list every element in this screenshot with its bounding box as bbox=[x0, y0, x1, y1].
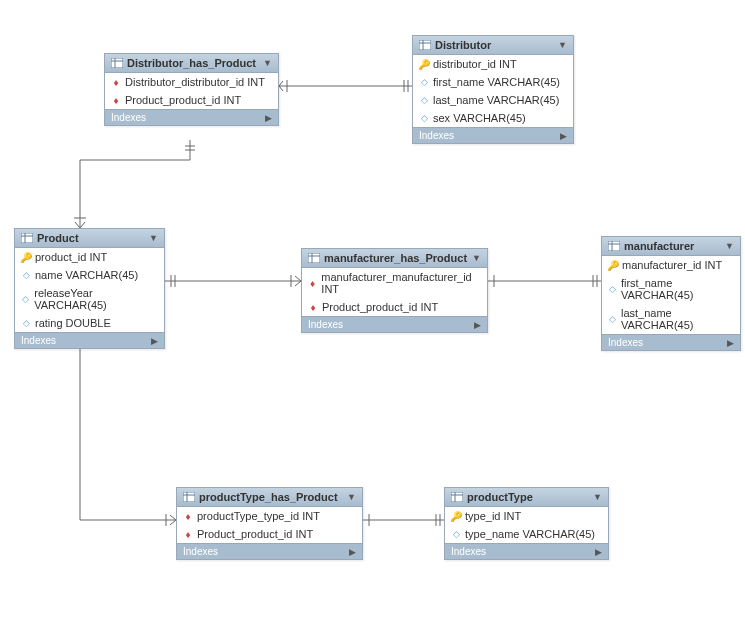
entity-producttype-has-product[interactable]: productType_has_Product ▼ ♦productType_t… bbox=[176, 487, 363, 560]
column-row[interactable]: ◇first_name VARCHAR(45) bbox=[602, 274, 740, 304]
column-name: manufacturer_manufacturer_id INT bbox=[321, 271, 481, 295]
pk-key-icon: 🔑 bbox=[608, 260, 618, 271]
svg-rect-42 bbox=[419, 40, 431, 50]
chevron-down-icon[interactable]: ▼ bbox=[149, 233, 158, 243]
chevron-right-icon[interactable]: ▶ bbox=[151, 336, 158, 346]
svg-rect-54 bbox=[183, 492, 195, 502]
entity-footer[interactable]: Indexes▶ bbox=[177, 543, 362, 559]
entity-title: Distributor_has_Product bbox=[127, 57, 256, 69]
entity-footer[interactable]: Indexes▶ bbox=[105, 109, 278, 125]
entity-distributor-has-product[interactable]: Distributor_has_Product ▼ ♦Distributor_d… bbox=[104, 53, 279, 126]
chevron-down-icon[interactable]: ▼ bbox=[472, 253, 481, 263]
entity-producttype[interactable]: productType ▼ 🔑type_id INT ◇type_name VA… bbox=[444, 487, 609, 560]
entity-header[interactable]: manufacturer_has_Product ▼ bbox=[302, 249, 487, 268]
chevron-down-icon[interactable]: ▼ bbox=[263, 58, 272, 68]
chevron-down-icon[interactable]: ▼ bbox=[347, 492, 356, 502]
table-icon bbox=[451, 492, 463, 502]
column-row[interactable]: ♦Product_product_id INT bbox=[105, 91, 278, 109]
indexes-label: Indexes bbox=[21, 335, 56, 346]
entity-distributor[interactable]: Distributor ▼ 🔑distributor_id INT ◇first… bbox=[412, 35, 574, 144]
column-row[interactable]: ◇type_name VARCHAR(45) bbox=[445, 525, 608, 543]
fk-key-icon: ♦ bbox=[183, 529, 193, 540]
column-row[interactable]: ◇sex VARCHAR(45) bbox=[413, 109, 573, 127]
column-row[interactable]: ♦Product_product_id INT bbox=[177, 525, 362, 543]
entity-footer[interactable]: Indexes▶ bbox=[302, 316, 487, 332]
column-row[interactable]: 🔑product_id INT bbox=[15, 248, 164, 266]
entity-footer[interactable]: Indexes▶ bbox=[445, 543, 608, 559]
pk-key-icon: 🔑 bbox=[21, 252, 31, 263]
column-row[interactable]: ◇first_name VARCHAR(45) bbox=[413, 73, 573, 91]
entity-header[interactable]: productType_has_Product ▼ bbox=[177, 488, 362, 507]
entity-title: manufacturer_has_Product bbox=[324, 252, 467, 264]
chevron-right-icon[interactable]: ▶ bbox=[474, 320, 481, 330]
entity-footer[interactable]: Indexes▶ bbox=[413, 127, 573, 143]
column-name: productType_type_id INT bbox=[197, 510, 320, 522]
svg-rect-57 bbox=[451, 492, 463, 502]
column-row[interactable]: 🔑manufacturer_id INT bbox=[602, 256, 740, 274]
column-name: sex VARCHAR(45) bbox=[433, 112, 526, 124]
entity-product[interactable]: Product ▼ 🔑product_id INT ◇name VARCHAR(… bbox=[14, 228, 165, 349]
svg-rect-39 bbox=[111, 58, 123, 68]
entity-footer[interactable]: Indexes▶ bbox=[15, 332, 164, 348]
column-row[interactable]: ◇name VARCHAR(45) bbox=[15, 266, 164, 284]
svg-line-2 bbox=[279, 86, 283, 91]
indexes-label: Indexes bbox=[608, 337, 643, 348]
column-icon: ◇ bbox=[21, 318, 31, 328]
column-row[interactable]: ♦productType_type_id INT bbox=[177, 507, 362, 525]
entity-header[interactable]: Distributor ▼ bbox=[413, 36, 573, 55]
column-row[interactable]: 🔑distributor_id INT bbox=[413, 55, 573, 73]
fk-key-icon: ♦ bbox=[308, 302, 318, 313]
indexes-label: Indexes bbox=[308, 319, 343, 330]
entity-header[interactable]: productType ▼ bbox=[445, 488, 608, 507]
entity-manufacturer[interactable]: manufacturer ▼ 🔑manufacturer_id INT ◇fir… bbox=[601, 236, 741, 351]
column-icon: ◇ bbox=[419, 77, 429, 87]
column-row[interactable]: ◇rating DOUBLE bbox=[15, 314, 164, 332]
column-row[interactable]: ♦Product_product_id INT bbox=[302, 298, 487, 316]
chevron-right-icon[interactable]: ▶ bbox=[265, 113, 272, 123]
entity-header[interactable]: manufacturer ▼ bbox=[602, 237, 740, 256]
fk-key-icon: ♦ bbox=[308, 278, 317, 289]
column-icon: ◇ bbox=[419, 95, 429, 105]
column-name: last_name VARCHAR(45) bbox=[433, 94, 559, 106]
column-name: Product_product_id INT bbox=[125, 94, 241, 106]
entity-title: Product bbox=[37, 232, 79, 244]
column-row[interactable]: ◇last_name VARCHAR(45) bbox=[413, 91, 573, 109]
column-row[interactable]: 🔑type_id INT bbox=[445, 507, 608, 525]
svg-rect-48 bbox=[308, 253, 320, 263]
column-row[interactable]: ◇last_name VARCHAR(45) bbox=[602, 304, 740, 334]
entity-footer[interactable]: Indexes▶ bbox=[602, 334, 740, 350]
chevron-down-icon[interactable]: ▼ bbox=[558, 40, 567, 50]
column-name: first_name VARCHAR(45) bbox=[433, 76, 560, 88]
column-name: last_name VARCHAR(45) bbox=[621, 307, 734, 331]
column-icon: ◇ bbox=[608, 314, 617, 324]
er-diagram-canvas: Distributor_has_Product ▼ ♦Distributor_d… bbox=[0, 0, 745, 618]
chevron-down-icon[interactable]: ▼ bbox=[593, 492, 602, 502]
entity-columns: 🔑distributor_id INT ◇first_name VARCHAR(… bbox=[413, 55, 573, 127]
entity-header[interactable]: Product ▼ bbox=[15, 229, 164, 248]
column-row[interactable]: ♦manufacturer_manufacturer_id INT bbox=[302, 268, 487, 298]
indexes-label: Indexes bbox=[111, 112, 146, 123]
column-name: releaseYear VARCHAR(45) bbox=[34, 287, 158, 311]
entity-columns: 🔑manufacturer_id INT ◇first_name VARCHAR… bbox=[602, 256, 740, 334]
column-name: Product_product_id INT bbox=[322, 301, 438, 313]
chevron-right-icon[interactable]: ▶ bbox=[727, 338, 734, 348]
entity-title: manufacturer bbox=[624, 240, 694, 252]
entity-manufacturer-has-product[interactable]: manufacturer_has_Product ▼ ♦manufacturer… bbox=[301, 248, 488, 333]
entity-header[interactable]: Distributor_has_Product ▼ bbox=[105, 54, 278, 73]
column-icon: ◇ bbox=[608, 284, 617, 294]
table-icon bbox=[419, 40, 431, 50]
column-name: manufacturer_id INT bbox=[622, 259, 722, 271]
chevron-down-icon[interactable]: ▼ bbox=[725, 241, 734, 251]
svg-line-1 bbox=[279, 81, 283, 86]
table-icon bbox=[21, 233, 33, 243]
column-name: Product_product_id INT bbox=[197, 528, 313, 540]
chevron-right-icon[interactable]: ▶ bbox=[595, 547, 602, 557]
svg-rect-45 bbox=[21, 233, 33, 243]
entity-title: Distributor bbox=[435, 39, 491, 51]
column-row[interactable]: ◇releaseYear VARCHAR(45) bbox=[15, 284, 164, 314]
entity-columns: 🔑product_id INT ◇name VARCHAR(45) ◇relea… bbox=[15, 248, 164, 332]
chevron-right-icon[interactable]: ▶ bbox=[349, 547, 356, 557]
column-row[interactable]: ♦Distributor_distributor_id INT bbox=[105, 73, 278, 91]
chevron-right-icon[interactable]: ▶ bbox=[560, 131, 567, 141]
column-name: first_name VARCHAR(45) bbox=[621, 277, 734, 301]
